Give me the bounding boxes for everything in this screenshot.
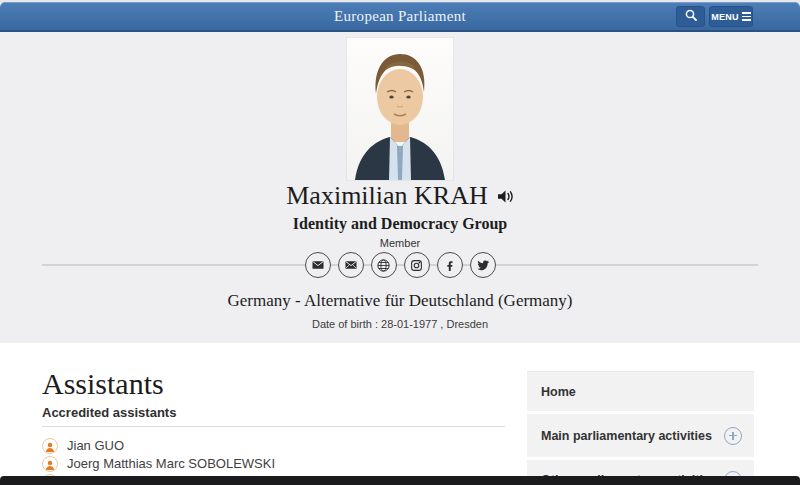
social-links-row — [0, 252, 800, 278]
assistant-list-item[interactable]: Joerg Matthias Marc SOBOLEWSKI — [42, 455, 275, 472]
sidebar-item-main-parliamentary-activities[interactable]: Main parliamentary activities — [527, 414, 754, 457]
profile-hero: Maximilian KRAH Identity and Democracy G… — [0, 32, 800, 343]
accredited-assistants-subheading: Accredited assistants — [42, 405, 176, 420]
sidebar-item-label: Main parliamentary activities — [541, 429, 712, 443]
person-icon — [42, 456, 58, 472]
twitter-icon[interactable] — [470, 252, 496, 278]
assistant-name: Jian GUO — [67, 438, 124, 453]
bottom-overlay-bar — [0, 476, 800, 485]
speaker-icon[interactable] — [497, 181, 514, 211]
mep-profile-page: European Parliament MENU — [0, 0, 800, 485]
menu-button-label: MENU — [711, 12, 739, 22]
instagram-icon[interactable] — [404, 252, 430, 278]
top-navbar: European Parliament MENU — [0, 2, 800, 32]
portrait-illustration — [347, 38, 453, 180]
mail-icon[interactable] — [338, 252, 364, 278]
sidebar-item-label: Home — [541, 385, 576, 399]
facebook-icon[interactable] — [437, 252, 463, 278]
member-role: Member — [0, 237, 800, 249]
political-group: Identity and Democracy Group — [0, 215, 800, 233]
assistant-list-item[interactable]: Jian GUO — [42, 437, 124, 454]
globe-icon[interactable] — [371, 252, 397, 278]
email-icon[interactable] — [305, 252, 331, 278]
search-button[interactable] — [676, 6, 705, 27]
person-icon — [42, 438, 58, 454]
profile-nav-sidebar: Home Main parliamentary activities Other… — [527, 371, 754, 485]
member-portrait — [347, 38, 453, 180]
assistants-divider — [42, 426, 505, 427]
country-party: Germany - Alternative für Deutschland (G… — [0, 291, 800, 311]
main-content: Assistants Accredited assistants Jian GU… — [0, 343, 800, 485]
assistants-heading: Assistants — [42, 367, 164, 401]
date-of-birth: Date of birth : 28-01-1977 , Dresden — [0, 318, 800, 330]
sidebar-item-home[interactable]: Home — [527, 371, 754, 411]
member-name: Maximilian KRAH — [286, 181, 488, 210]
member-name-row: Maximilian KRAH — [0, 181, 800, 211]
expand-plus-icon[interactable] — [724, 427, 742, 445]
assistant-name: Joerg Matthias Marc SOBOLEWSKI — [67, 456, 275, 471]
menu-button[interactable]: MENU — [709, 6, 753, 27]
search-icon — [684, 8, 698, 26]
hamburger-icon — [742, 12, 751, 21]
